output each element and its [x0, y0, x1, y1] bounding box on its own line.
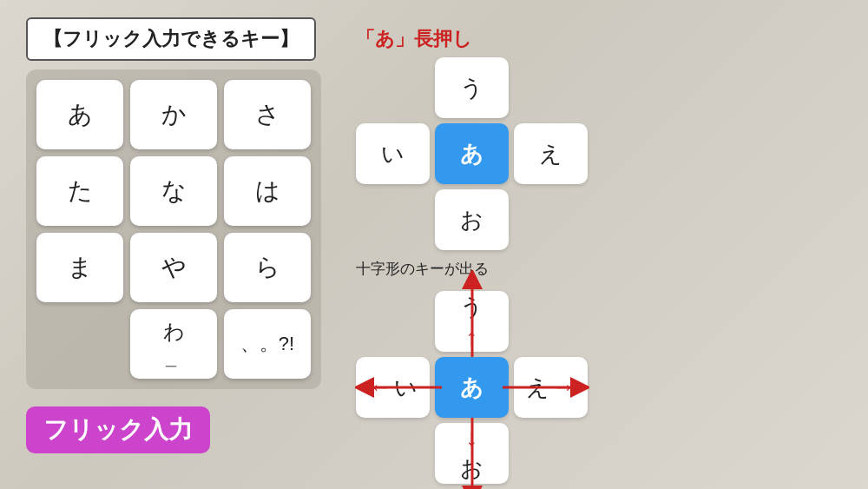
- empty-bl: [356, 189, 430, 250]
- empty-tl: [356, 57, 430, 118]
- key-row-1: あ か さ: [36, 80, 311, 149]
- demo1-key-bottom: お: [435, 189, 509, 250]
- key-row-4: わ＿ 、。?!: [36, 309, 311, 379]
- demo1-key-right: え: [514, 123, 588, 184]
- key-ra[interactable]: ら: [224, 233, 311, 302]
- left-section: 【フリック入力できるキー】 あ か さ た な は ま や ら わ＿ 、。?!: [26, 17, 321, 472]
- key-ya[interactable]: や: [130, 233, 217, 302]
- demo1-key-left: い: [356, 123, 430, 184]
- demo1-desc: 十字形のキーが出る: [356, 259, 588, 279]
- demo2-cross: う ↑ ← い あ: [356, 291, 588, 484]
- right-section: 「あ」長押し う い あ え お 十字形のキーが出る: [356, 17, 588, 472]
- arrow-up-icon: ↑: [466, 324, 478, 352]
- key-ma[interactable]: ま: [36, 233, 123, 302]
- arrow-left-icon: ←: [368, 373, 392, 401]
- empty-br: [514, 189, 588, 250]
- demo1-key-top: う: [435, 57, 509, 118]
- key-sa[interactable]: さ: [224, 80, 311, 149]
- key-punct[interactable]: 、。?!: [224, 309, 311, 379]
- demo2-key-top: う ↑: [435, 291, 509, 352]
- key-ka[interactable]: か: [130, 80, 217, 149]
- keyboard-grid: あ か さ た な は ま や ら わ＿ 、。?!: [26, 69, 321, 389]
- demo2-key-left: ← い: [356, 357, 430, 418]
- demo2-block: う ↑ ← い あ: [356, 291, 588, 489]
- key-row-3: ま や ら: [36, 233, 311, 302]
- arrow-right-icon: →: [551, 373, 575, 401]
- empty-tl2: [356, 291, 430, 352]
- demo1-block: 「あ」長押し う い あ え お 十字形のキーが出る: [356, 26, 588, 279]
- demo2-key-center: あ: [435, 357, 509, 418]
- arrow-down-icon: ↓: [466, 424, 478, 452]
- section-title: 【フリック入力できるキー】: [26, 17, 316, 61]
- key-ta[interactable]: た: [36, 156, 123, 226]
- demo2-key-bottom: ↓ お: [435, 423, 509, 484]
- key-a[interactable]: あ: [36, 80, 123, 149]
- empty-bl2: [356, 423, 430, 484]
- demo1-title: 「あ」長押し: [356, 26, 588, 52]
- key-wa[interactable]: わ＿: [130, 309, 217, 379]
- flick-label: フリック入力: [26, 406, 210, 453]
- demo1-cross: う い あ え お: [356, 57, 588, 250]
- empty-tr2: [514, 291, 588, 352]
- demo2-key-right: え →: [514, 357, 588, 418]
- key-ha[interactable]: は: [224, 156, 311, 226]
- empty-tr: [514, 57, 588, 118]
- key-row-2: た な は: [36, 156, 311, 226]
- demo1-key-center: あ: [435, 123, 509, 184]
- main-content: 【フリック入力できるキー】 あ か さ た な は ま や ら わ＿ 、。?!: [0, 0, 868, 489]
- key-na[interactable]: な: [130, 156, 217, 226]
- empty-br2: [514, 423, 588, 484]
